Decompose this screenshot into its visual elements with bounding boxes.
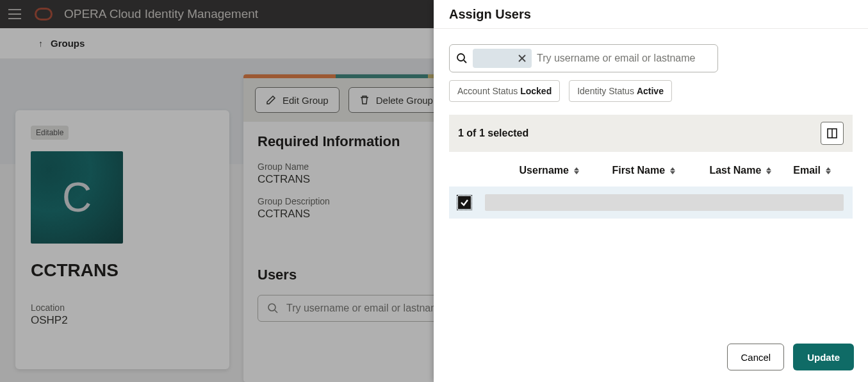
filter-identity-status-value: Active: [637, 86, 664, 96]
search-icon: [456, 53, 468, 64]
filter-identity-status[interactable]: Identity Status Active: [569, 80, 672, 102]
drawer-search-row: [434, 29, 868, 80]
search-chip: [473, 49, 532, 68]
filter-row: Account Status Locked Identity Status Ac…: [434, 80, 868, 115]
filter-account-status[interactable]: Account Status Locked: [449, 80, 560, 102]
assign-users-drawer: Assign Users Account Status Locked Ident…: [434, 0, 868, 382]
svg-point-5: [457, 54, 464, 61]
filter-identity-status-label: Identity Status: [577, 86, 634, 96]
col-username[interactable]: Username: [486, 165, 601, 176]
svg-line-6: [464, 60, 466, 63]
chip-remove-icon[interactable]: [516, 53, 528, 64]
selection-count: 1 of 1 selected: [458, 128, 528, 139]
table-row[interactable]: [449, 187, 853, 219]
filter-account-status-value: Locked: [520, 86, 552, 96]
drawer-search[interactable]: [449, 44, 718, 72]
columns-button[interactable]: [821, 122, 844, 145]
sort-icon: [766, 165, 774, 176]
sort-icon: [670, 165, 678, 176]
col-first-name[interactable]: First Name: [601, 165, 697, 176]
table-strip: 1 of 1 selected: [449, 115, 853, 152]
drawer-header: Assign Users: [434, 0, 868, 29]
filter-account-status-label: Account Status: [457, 86, 518, 96]
columns-icon: [826, 128, 838, 139]
drawer-footer: Cancel Update: [434, 335, 868, 382]
update-button[interactable]: Update: [793, 344, 854, 370]
col-last-name[interactable]: Last Name: [697, 165, 793, 176]
row-checkbox[interactable]: [458, 196, 471, 209]
cancel-button[interactable]: Cancel: [727, 344, 784, 370]
row-redacted-data: [485, 194, 844, 211]
sort-icon: [826, 165, 833, 176]
sort-icon: [574, 165, 582, 176]
search-chip-redacted: [479, 55, 512, 62]
table-header: Username First Name Last Name Email: [434, 157, 868, 184]
drawer-title: Assign Users: [449, 7, 531, 22]
col-email[interactable]: Email: [793, 165, 853, 176]
drawer-search-input[interactable]: [537, 45, 711, 72]
